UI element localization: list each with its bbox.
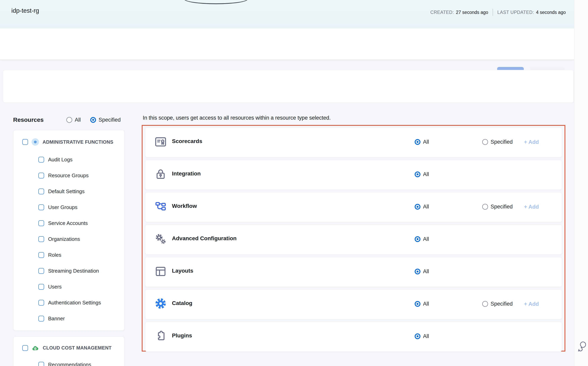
list-item[interactable]: Authentication Settings xyxy=(14,295,124,311)
list-item[interactable]: Banner xyxy=(14,311,124,327)
all-radio[interactable] xyxy=(415,139,420,145)
created-value: 27 seconds ago xyxy=(456,10,488,15)
specified-radio-label[interactable]: Specified xyxy=(99,117,121,123)
specified-radio[interactable] xyxy=(482,204,488,210)
row-option-specified[interactable]: Specified xyxy=(482,139,513,145)
list-item[interactable]: Resource Groups xyxy=(14,168,124,183)
all-radio-label[interactable]: All xyxy=(423,333,429,339)
default-settings-checkbox[interactable] xyxy=(38,189,44,194)
item-label[interactable]: Recommendations xyxy=(48,362,91,366)
users-checkbox[interactable] xyxy=(38,284,44,290)
list-item[interactable]: Organizations xyxy=(14,231,124,247)
item-label[interactable]: Default Settings xyxy=(48,188,85,195)
resource-row-catalog: Catalog All Specified + Add xyxy=(145,290,562,319)
item-label[interactable]: Audit Logs xyxy=(48,157,73,163)
specified-radio-label[interactable]: Specified xyxy=(491,204,513,210)
all-radio-label[interactable]: All xyxy=(423,171,429,177)
row-option-all[interactable]: All xyxy=(415,139,429,145)
row-option-specified[interactable]: Specified xyxy=(482,204,513,210)
resources-option-all[interactable]: All xyxy=(66,117,81,123)
row-option-all[interactable]: All xyxy=(415,333,429,339)
item-label[interactable]: Streaming Destination xyxy=(48,268,99,274)
item-label[interactable]: Banner xyxy=(48,316,65,322)
all-radio[interactable] xyxy=(415,269,420,274)
row-option-all[interactable]: All xyxy=(415,236,429,242)
all-radio-label[interactable]: All xyxy=(423,301,429,307)
group-label: CLOUD COST MANAGEMENT xyxy=(43,345,111,351)
specified-radio[interactable] xyxy=(482,301,488,307)
row-option-all[interactable]: All xyxy=(415,204,429,210)
list-item[interactable]: User Groups xyxy=(14,199,124,215)
user-groups-checkbox[interactable] xyxy=(38,205,44,210)
resource-row-plugins: Plugins All xyxy=(145,322,562,352)
list-item[interactable]: Service Accounts xyxy=(14,215,124,231)
toolbar: Select Resource and define its scope of … xyxy=(0,28,574,59)
specified-radio[interactable] xyxy=(90,117,96,123)
roles-checkbox[interactable] xyxy=(38,252,44,258)
recommendations-checkbox[interactable] xyxy=(38,362,44,366)
right-gutter xyxy=(574,0,588,366)
cloud-cost-management-checkbox[interactable] xyxy=(22,345,28,351)
authentication-settings-checkbox[interactable] xyxy=(38,300,44,305)
list-item[interactable]: Default Settings xyxy=(14,183,124,199)
all-radio-label[interactable]: All xyxy=(423,268,429,274)
specified-radio-label[interactable]: Specified xyxy=(491,139,513,145)
list-item[interactable]: Roles xyxy=(14,247,124,263)
item-label[interactable]: User Groups xyxy=(48,204,77,210)
all-radio[interactable] xyxy=(415,204,420,210)
audit-logs-checkbox[interactable] xyxy=(38,157,44,162)
list-item[interactable]: Recommendations xyxy=(14,357,124,366)
all-radio-label[interactable]: All xyxy=(423,204,429,210)
row-option-all[interactable]: All xyxy=(415,301,429,307)
resource-row-integration: Integration All xyxy=(145,160,562,190)
all-radio[interactable] xyxy=(415,333,420,339)
row-option-all[interactable]: All xyxy=(415,171,429,177)
item-label[interactable]: Organizations xyxy=(48,236,80,242)
meta-divider xyxy=(493,9,493,16)
item-label[interactable]: Resource Groups xyxy=(48,172,89,179)
administrative-functions-icon xyxy=(32,138,39,146)
streaming-destination-checkbox[interactable] xyxy=(38,268,44,274)
list-item[interactable]: Users xyxy=(14,279,124,295)
gear-icon xyxy=(33,140,37,144)
resource-group-page: { "header": { "title": "idp-test-rg", "c… xyxy=(0,0,588,366)
add-button[interactable]: + Add xyxy=(524,204,539,210)
list-item[interactable]: Streaming Destination xyxy=(14,263,124,279)
add-button[interactable]: + Add xyxy=(524,301,539,307)
resource-groups-checkbox[interactable] xyxy=(38,173,44,178)
item-label[interactable]: Service Accounts xyxy=(48,220,88,226)
specified-radio[interactable] xyxy=(482,139,488,145)
administrative-functions-checkbox[interactable] xyxy=(22,139,28,145)
row-label: Workflow xyxy=(172,203,197,209)
item-label[interactable]: Roles xyxy=(48,252,61,258)
row-label: Plugins xyxy=(172,332,192,339)
all-radio[interactable] xyxy=(415,171,420,177)
all-radio[interactable] xyxy=(66,117,72,123)
resources-title: Resources xyxy=(13,116,66,123)
list-item[interactable]: Audit Logs xyxy=(14,152,124,168)
resource-scope-card: Resource Scope Account only xyxy=(3,70,574,103)
all-radio-label[interactable]: All xyxy=(423,236,429,242)
row-option-specified[interactable]: Specified xyxy=(482,301,513,307)
row-option-all[interactable]: All xyxy=(415,268,429,274)
cloud-dollar-icon: $ xyxy=(32,345,39,351)
lock-icon xyxy=(154,168,167,181)
all-radio-label[interactable]: All xyxy=(423,139,429,145)
banner-checkbox[interactable] xyxy=(38,316,44,321)
item-label[interactable]: Authentication Settings xyxy=(48,300,101,306)
all-radio[interactable] xyxy=(415,301,420,307)
page-title: idp-test-rg xyxy=(11,7,39,14)
resources-option-specified[interactable]: Specified xyxy=(90,117,121,123)
add-button[interactable]: + Add xyxy=(524,139,539,145)
app-header: idp-test-rg CREATED: 27 seconds ago LAST… xyxy=(0,0,574,28)
all-radio[interactable] xyxy=(415,236,420,242)
service-accounts-checkbox[interactable] xyxy=(38,220,44,226)
ccm-items-list: Recommendations xyxy=(14,357,124,366)
organizations-checkbox[interactable] xyxy=(38,236,44,242)
item-label[interactable]: Users xyxy=(48,284,62,290)
top-arc-decoration xyxy=(184,0,248,4)
help-chat-icon[interactable] xyxy=(577,340,587,352)
specified-radio-label[interactable]: Specified xyxy=(491,301,513,307)
row-label: Catalog xyxy=(172,300,193,306)
all-radio-label[interactable]: All xyxy=(75,117,81,123)
